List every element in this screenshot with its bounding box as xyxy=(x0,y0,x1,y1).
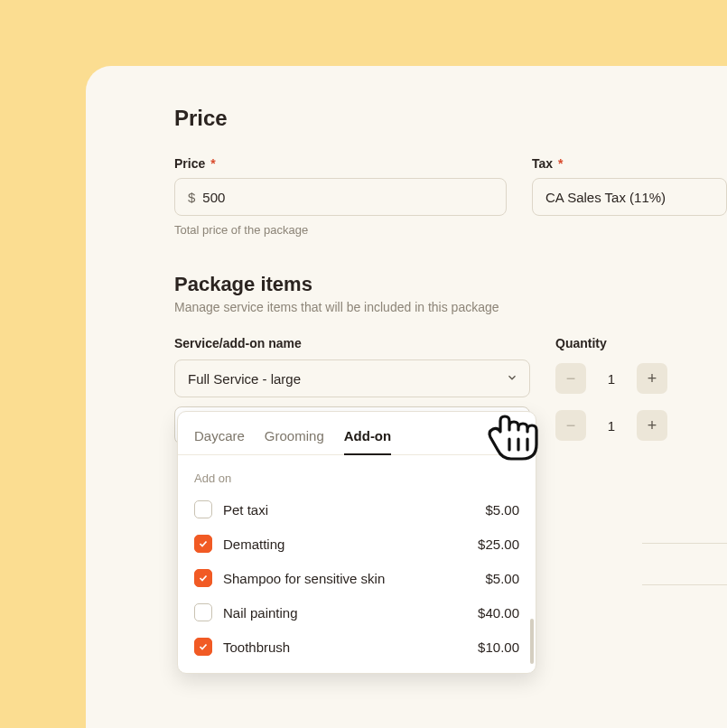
minus-icon: − xyxy=(566,417,576,434)
price-input[interactable]: $ 500 xyxy=(174,178,507,216)
option-label: Shampoo for sensitive skin xyxy=(223,571,485,586)
price-helper-text: Total price of the package xyxy=(174,223,507,237)
divider xyxy=(642,543,727,544)
required-mark: * xyxy=(210,156,215,171)
option-nail-painting[interactable]: Nail painting $40.00 xyxy=(178,595,536,630)
quantity-column-header: Quantity xyxy=(555,336,682,350)
option-dematting[interactable]: Dematting $25.00 xyxy=(178,527,536,561)
section-subtitle-package: Manage service items that will be includ… xyxy=(174,300,727,314)
required-mark: * xyxy=(558,156,563,171)
service-column-header: Service/add-on name xyxy=(174,336,530,350)
section-title-price: Price xyxy=(174,106,727,131)
option-price: $10.00 xyxy=(478,639,519,655)
price-value: 500 xyxy=(202,190,225,205)
option-price: $5.00 xyxy=(485,502,519,518)
quantity-column: Quantity − 1 + − 1 + xyxy=(555,336,682,453)
chevron-down-icon xyxy=(506,371,518,387)
addon-dropdown: Daycare Grooming Add-on Add on Pet taxi … xyxy=(177,411,536,674)
option-label: Pet taxi xyxy=(223,502,485,518)
tax-select[interactable]: CA Sales Tax (11%) xyxy=(532,178,727,216)
checkbox[interactable] xyxy=(194,638,212,656)
plus-icon: + xyxy=(648,370,657,387)
quantity-increment-button[interactable]: + xyxy=(637,363,667,394)
currency-symbol: $ xyxy=(188,190,195,205)
price-row: Price * $ 500 Total price of the package… xyxy=(174,156,727,237)
option-label: Toothbrush xyxy=(223,639,478,655)
checkbox[interactable] xyxy=(194,500,212,518)
minus-icon: − xyxy=(566,370,576,387)
option-toothbrush[interactable]: Toothbrush $10.00 xyxy=(178,630,536,664)
scrollbar[interactable] xyxy=(530,619,534,664)
checkbox[interactable] xyxy=(194,535,212,553)
option-label: Dematting xyxy=(223,537,478,552)
quantity-increment-button[interactable]: + xyxy=(637,410,667,441)
tab-addon[interactable]: Add-on xyxy=(344,425,391,454)
service-select-row-1[interactable]: Full Service - large xyxy=(174,359,530,397)
quantity-decrement-button[interactable]: − xyxy=(555,410,586,441)
section-title-package: Package items xyxy=(174,273,727,296)
quantity-stepper-row-2: − 1 + xyxy=(555,406,682,444)
tax-field: Tax * CA Sales Tax (11%) xyxy=(532,156,727,216)
option-pet-taxi[interactable]: Pet taxi $5.00 xyxy=(178,492,536,527)
quantity-decrement-button[interactable]: − xyxy=(555,363,586,394)
price-label-text: Price xyxy=(174,156,205,171)
quantity-value: 1 xyxy=(593,418,629,434)
tax-value: CA Sales Tax (11%) xyxy=(545,190,666,205)
service-select-value: Full Service - large xyxy=(188,371,506,387)
option-price: $25.00 xyxy=(478,537,519,552)
tab-grooming[interactable]: Grooming xyxy=(265,425,324,454)
quantity-stepper-row-1: − 1 + xyxy=(555,359,682,397)
dropdown-tabs: Daycare Grooming Add-on xyxy=(178,425,536,455)
plus-icon: + xyxy=(648,417,657,434)
checkbox[interactable] xyxy=(194,569,212,587)
price-field: Price * $ 500 Total price of the package xyxy=(174,156,507,237)
price-label: Price * xyxy=(174,156,507,171)
option-price: $5.00 xyxy=(485,571,519,586)
tab-daycare[interactable]: Daycare xyxy=(194,425,245,454)
tax-label: Tax * xyxy=(532,156,727,171)
dropdown-group-label: Add on xyxy=(178,455,536,492)
option-label: Nail painting xyxy=(223,605,478,621)
divider xyxy=(642,584,727,585)
quantity-value: 1 xyxy=(593,371,629,387)
option-shampoo-sensitive[interactable]: Shampoo for sensitive skin $5.00 xyxy=(178,561,536,595)
checkbox[interactable] xyxy=(194,603,212,621)
option-price: $40.00 xyxy=(478,605,519,621)
tax-label-text: Tax xyxy=(532,156,553,171)
